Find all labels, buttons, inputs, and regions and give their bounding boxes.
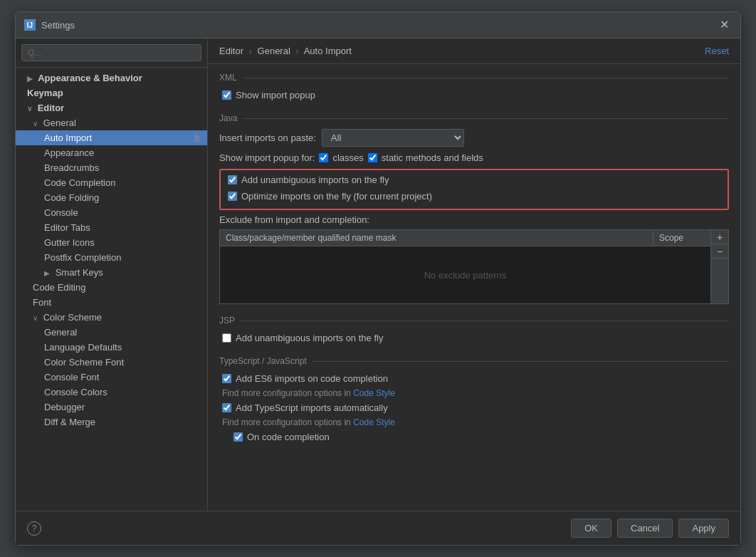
jsp-add-unambiguous-row: Add unambiguous imports on the fly: [219, 331, 729, 345]
add-exclude-button[interactable]: +: [711, 230, 728, 244]
highlighted-group: Add unambiguous imports on the fly Optim…: [219, 169, 729, 210]
add-unambiguous-label: Add unambiguous imports on the fly: [241, 175, 389, 185]
on-completion-row: On code completion: [219, 430, 729, 444]
help-button[interactable]: ?: [27, 521, 41, 536]
typescript-section: TypeScript / JavaScript Add ES6 imports …: [219, 356, 729, 444]
add-unambiguous-row: Add unambiguous imports on the fly: [225, 173, 723, 187]
cancel-button[interactable]: Cancel: [617, 519, 673, 538]
sidebar-item-postfix-completion[interactable]: Postfix Completion: [16, 250, 207, 265]
classes-checkbox[interactable]: [319, 153, 328, 162]
exclude-label: Exclude from import and completion:: [219, 214, 729, 225]
expand-arrow: ▶: [27, 75, 33, 83]
sidebar-item-smart-keys[interactable]: ▶ Smart Keys: [16, 265, 207, 280]
titlebar-left: IJ Settings: [24, 19, 75, 31]
sidebar-item-gutter-icons[interactable]: Gutter Icons: [16, 235, 207, 250]
sidebar: ▶ Appearance & Behavior Keymap ∨ Editor …: [16, 38, 208, 511]
xml-section: XML Show import popup: [219, 73, 729, 102]
table-action-buttons: + −: [711, 229, 729, 304]
add-typescript-checkbox[interactable]: [222, 403, 231, 412]
insert-imports-label: Insert imports on paste:: [219, 132, 316, 143]
expand-arrow-editor: ∨: [27, 105, 32, 113]
code-style-link-1[interactable]: Code Style: [353, 388, 395, 398]
jsp-label: JSP: [219, 316, 729, 326]
sidebar-item-cs-general[interactable]: General: [16, 325, 207, 340]
sidebar-item-editor[interactable]: ∨ Editor: [16, 100, 207, 115]
sidebar-item-console[interactable]: Console: [16, 205, 207, 220]
sidebar-item-general[interactable]: ∨ General: [16, 115, 207, 130]
jsp-section: JSP Add unambiguous imports on the fly: [219, 316, 729, 345]
static-label: static methods and fields: [382, 152, 483, 163]
xml-label: XML: [219, 73, 729, 83]
sidebar-item-debugger[interactable]: Debugger: [16, 400, 207, 415]
add-typescript-label: Add TypeScript imports automatically: [236, 402, 388, 413]
java-section: Java Insert imports on paste: All Show i…: [219, 113, 729, 304]
jsp-add-unambiguous-checkbox[interactable]: [222, 333, 231, 343]
optimize-imports-checkbox[interactable]: [228, 192, 237, 201]
sidebar-item-appearance[interactable]: Appearance: [16, 145, 207, 160]
insert-imports-row: Insert imports on paste: All: [219, 129, 729, 147]
settings-dialog: IJ Settings ✕ ▶ Appearance & Behavior Ke…: [15, 11, 741, 546]
ok-button[interactable]: OK: [571, 519, 611, 538]
col-scope-header: Scope: [653, 230, 710, 246]
add-typescript-row: Add TypeScript imports automatically: [219, 401, 729, 415]
table-body: No exclude patterns: [220, 246, 710, 303]
xml-show-import-checkbox[interactable]: [222, 90, 231, 100]
col-name-header: Class/package/member qualified name mask: [220, 230, 653, 246]
on-completion-checkbox[interactable]: [233, 432, 243, 442]
reset-button[interactable]: Reset: [705, 46, 729, 56]
breadcrumb: Editor › General › Auto Import: [219, 46, 352, 56]
add-unambiguous-checkbox[interactable]: [228, 175, 237, 184]
footer-buttons: OK Cancel Apply: [571, 519, 729, 538]
dialog-body: ▶ Appearance & Behavior Keymap ∨ Editor …: [16, 38, 740, 511]
content-body: XML Show import popup Java Insert import…: [208, 64, 740, 511]
sidebar-item-color-scheme-font[interactable]: Color Scheme Font: [16, 355, 207, 370]
add-es6-row: Add ES6 imports on code completion: [219, 372, 729, 385]
remove-exclude-button[interactable]: −: [711, 244, 728, 259]
typescript-label: TypeScript / JavaScript: [219, 356, 729, 366]
delete-icon[interactable]: 🗑: [193, 133, 201, 143]
static-checkbox[interactable]: [368, 153, 377, 162]
no-patterns-label: No exclude patterns: [424, 270, 507, 281]
jsp-add-unambiguous-label: Add unambiguous imports on the fly: [236, 333, 383, 343]
exclude-table: Class/package/member qualified name mask…: [219, 229, 711, 304]
find-more-1-row: Find more configuration options in Code …: [219, 388, 729, 398]
sidebar-item-color-scheme[interactable]: ∨ Color Scheme: [16, 310, 207, 325]
search-box: [16, 38, 207, 68]
add-es6-checkbox[interactable]: [222, 374, 231, 383]
search-input[interactable]: [21, 44, 201, 61]
java-label: Java: [219, 113, 729, 123]
insert-imports-select[interactable]: All: [322, 129, 464, 147]
sidebar-item-code-folding[interactable]: Code Folding: [16, 190, 207, 205]
sidebar-item-console-colors[interactable]: Console Colors: [16, 385, 207, 400]
sidebar-item-appearance-behavior[interactable]: ▶ Appearance & Behavior: [16, 71, 207, 85]
breadcrumb-sep2: ›: [295, 46, 298, 56]
sidebar-item-diff-merge[interactable]: Diff & Merge: [16, 415, 207, 430]
sidebar-item-language-defaults[interactable]: Language Defaults: [16, 340, 207, 355]
close-button[interactable]: ✕: [717, 18, 732, 32]
sidebar-item-editor-tabs[interactable]: Editor Tabs: [16, 220, 207, 235]
sidebar-item-font[interactable]: Font: [16, 295, 207, 310]
exclude-table-container: Class/package/member qualified name mask…: [219, 229, 729, 304]
optimize-imports-label: Optimize imports on the fly (for current…: [241, 191, 432, 202]
breadcrumb-sep1: ›: [249, 46, 252, 56]
xml-show-import-label: Show import popup: [236, 90, 315, 100]
main-content: Editor › General › Auto Import Reset XML…: [208, 38, 740, 511]
sidebar-item-console-font[interactable]: Console Font: [16, 370, 207, 385]
exclude-table-header: Class/package/member qualified name mask…: [220, 230, 710, 246]
sidebar-item-code-completion[interactable]: Code Completion: [16, 175, 207, 190]
code-style-link-2[interactable]: Code Style: [353, 417, 395, 427]
show-popup-label: Show import popup for:: [219, 152, 315, 163]
sidebar-item-auto-import[interactable]: Auto Import 🗑: [16, 130, 207, 145]
titlebar: IJ Settings ✕: [16, 12, 740, 38]
sidebar-item-code-editing[interactable]: Code Editing: [16, 280, 207, 295]
add-es6-label: Add ES6 imports on code completion: [236, 373, 388, 384]
sidebar-item-breadcrumbs[interactable]: Breadcrumbs: [16, 160, 207, 175]
apply-button[interactable]: Apply: [678, 519, 729, 538]
sidebar-item-keymap[interactable]: Keymap: [16, 85, 207, 100]
expand-arrow-general: ∨: [33, 120, 38, 127]
show-popup-row: Show import popup for: classes static me…: [219, 152, 729, 163]
sidebar-tree: ▶ Appearance & Behavior Keymap ∨ Editor …: [16, 68, 207, 511]
dialog-footer: ? OK Cancel Apply: [16, 511, 740, 545]
app-icon: IJ: [24, 19, 36, 31]
dialog-title: Settings: [41, 20, 75, 31]
